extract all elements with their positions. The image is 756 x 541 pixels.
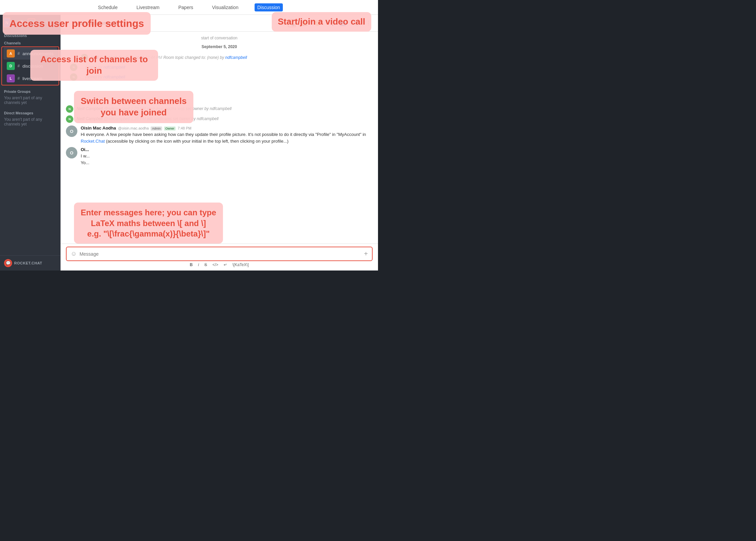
oisin2-text: I w...Yo... — [81, 153, 373, 166]
oisin-text: Hi everyone. A few people have been aski… — [81, 131, 373, 144]
sm3-avatar: N — [70, 73, 77, 81]
system-message-row-3: N … (none) by ndfcampbell — [66, 73, 373, 81]
oisin-time: 7:48 PM — [178, 126, 191, 130]
video-call-icon[interactable]: 📞 — [288, 19, 296, 27]
msg-text: Neill Campbell @ndfcampbell 1:20 PM oisi… — [77, 106, 231, 111]
top-navigation: Schedule Livestream Papers Visualization… — [0, 0, 378, 15]
sidebar-toolbar: N ⌂ 🔍 🌐 ↕ ✎ ⋮ — [0, 15, 61, 30]
message-input[interactable] — [79, 251, 361, 257]
search-icon[interactable]: 🔍 — [20, 19, 26, 27]
sm2-text: … (none) by ndfcampbell — [80, 65, 125, 70]
oisin-meta: Oisin Mac Aodha @oisin.mac.aodha Admin O… — [81, 125, 373, 131]
sidebar-section-discussions: Discussions — [0, 30, 61, 39]
rocket-chat-icon: 💬 — [4, 259, 12, 267]
rocket-chat-name: ROCKET.CHAT — [14, 261, 42, 265]
more-icon[interactable]: ⋮ — [52, 19, 57, 27]
globe-icon[interactable]: 🌐 — [28, 19, 35, 27]
sort-icon[interactable]: ↕ — [37, 19, 43, 27]
more-header-icon[interactable]: ⋮ — [365, 19, 373, 27]
sidebar-item-discussion[interactable]: D # discussion — [3, 60, 57, 72]
owner-badge: Owner — [164, 127, 176, 131]
msg2-avatar: N — [66, 115, 73, 123]
direct-messages-empty: You aren't part of any channels yet — [0, 116, 61, 129]
sidebar-item-livestream[interactable]: L # livestream — [3, 72, 57, 84]
date-divider: September 5, 2020 — [66, 44, 373, 49]
rocket-chat-logo: 💬 ROCKET.CHAT — [4, 259, 42, 267]
oisin-handle: @oisin.mac.aodha — [118, 126, 149, 130]
oisin2-avatar: O — [66, 147, 77, 158]
channel-name-livestream: livestream — [23, 76, 42, 81]
members-icon[interactable]: 👥 — [339, 19, 347, 27]
oisin2-name: Oi... — [81, 147, 89, 152]
bold-button[interactable]: B — [190, 262, 193, 267]
msg2-text: Neill Campbell @ndfcampbell 1:20 PM will… — [77, 116, 219, 121]
oisin2-meta: Oi... — [81, 147, 373, 152]
direct-messages-title: Direct Messages — [0, 108, 61, 116]
header-actions: 📞 🔔 😊 🔍 👥 📎 ⋮ — [288, 19, 373, 27]
star-icon[interactable]: ☆ — [66, 20, 71, 26]
emoji-icon[interactable]: 😊 — [313, 19, 322, 27]
message-row: N Neill Campbell @ndfcampbell 1:20 PM oi… — [66, 105, 373, 113]
messages-list: start of conversation September 5, 2020 … — [61, 32, 378, 244]
tab-schedule[interactable]: Schedule — [95, 3, 120, 11]
tab-discussion[interactable]: Discussion — [255, 3, 283, 11]
oisin-name: Oisin Mac Aodha — [81, 125, 116, 131]
message-input-box[interactable]: ☺ + — [66, 247, 373, 261]
tab-papers[interactable]: Papers — [176, 3, 196, 11]
admin-badge: Admin — [151, 127, 162, 131]
tab-livestream[interactable]: Livestream — [134, 3, 162, 11]
strikethrough-button[interactable]: S — [204, 262, 207, 267]
notifications-icon[interactable]: 🔔 — [301, 19, 309, 27]
newline-button[interactable]: ↵ — [224, 262, 227, 267]
system-msg-avatar: N — [81, 54, 88, 61]
msg2-content: Neill Campbell @ndfcampbell 1:20 PM will… — [77, 115, 373, 121]
search-header-icon[interactable]: 🔍 — [326, 19, 334, 27]
channel-badge-discussion: D — [7, 62, 15, 70]
system-msg-text: Neill Campbell @ndfcampbell 12:44 PM Roo… — [91, 55, 247, 60]
channel-name-discussion: discussion — [23, 64, 43, 69]
tab-visualization[interactable]: Visualization — [210, 3, 241, 11]
msg-avatar: N — [66, 105, 73, 113]
message-row-2: N Neill Campbell @ndfcampbell 1:20 PM wi… — [66, 115, 373, 123]
sidebar-item-announcements[interactable]: A # announcements — [3, 47, 57, 60]
channel-name-announcements: announcements — [23, 51, 54, 56]
channel-badge-announcements: A — [7, 49, 15, 58]
msg-content: Neill Campbell @ndfcampbell 1:20 PM oisi… — [77, 105, 373, 111]
private-groups-title: Private Groups — [0, 86, 61, 94]
oisin2-content: Oi... I w...Yo... — [81, 147, 373, 166]
katex-button[interactable]: \[KaTeX\] — [232, 262, 249, 267]
add-attachment-icon[interactable]: + — [364, 250, 368, 258]
oisin-message-row-2: O Oi... I w...Yo... — [66, 147, 373, 166]
attachment-icon[interactable]: 📎 — [352, 19, 360, 27]
sm3-text: … (none) by ndfcampbell — [80, 75, 125, 79]
sidebar: N ⌂ 🔍 🌐 ↕ ✎ ⋮ Discussions Channels A # a… — [0, 15, 61, 270]
private-groups-empty: You aren't part of any channels yet — [0, 94, 61, 108]
home-icon[interactable]: ⌂ — [12, 19, 18, 27]
channel-description: start of conversation — [66, 36, 373, 40]
sidebar-channels-label: Channels — [0, 39, 61, 46]
oisin-message-row: O Oisin Mac Aodha @oisin.mac.aodha Admin… — [66, 125, 373, 144]
sidebar-footer: 💬 ROCKET.CHAT — [0, 255, 61, 270]
user-avatar[interactable]: N — [3, 17, 10, 28]
italic-button[interactable]: i — [198, 262, 199, 267]
system-message-row-2: N … (none) by ndfcampbell — [66, 63, 373, 72]
channel-header: ☆ # announcements 📞 🔔 😊 🔍 👥 📎 ⋮ — [61, 15, 378, 32]
oisin-avatar: O — [66, 125, 77, 137]
edit-icon[interactable]: ✎ — [45, 19, 50, 27]
oisin-content: Oisin Mac Aodha @oisin.mac.aodha Admin O… — [81, 125, 373, 144]
main-content: ☆ # announcements 📞 🔔 😊 🔍 👥 📎 ⋮ start of… — [61, 15, 378, 270]
format-toolbar: B i S </> ↵ \[KaTeX\] — [66, 261, 373, 268]
sm2-avatar: N — [70, 64, 77, 71]
message-input-area: ☺ + B i S </> ↵ \[KaTeX\] — [61, 244, 378, 270]
rocket-chat-link[interactable]: Rocket.Chat — [81, 139, 105, 144]
channel-title: # announcements — [73, 20, 288, 26]
system-message-row: N Neill Campbell @ndfcampbell 12:44 PM R… — [66, 53, 373, 62]
code-button[interactable]: </> — [213, 262, 218, 267]
channel-badge-livestream: L — [7, 74, 15, 82]
emoji-picker-icon[interactable]: ☺ — [71, 250, 77, 257]
